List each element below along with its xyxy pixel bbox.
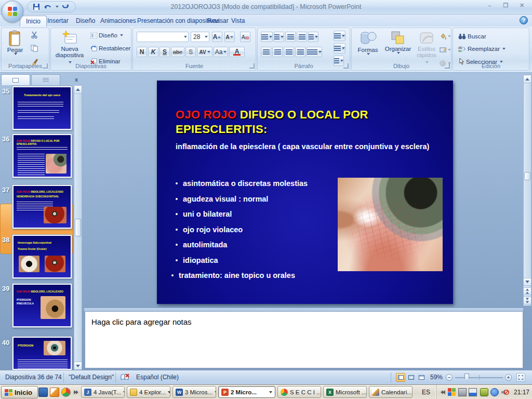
language-indicator[interactable]: Español (Chile) xyxy=(136,374,179,381)
thumb-scroll-thumb[interactable] xyxy=(75,219,81,236)
quick-launch-overflow-icon2[interactable] xyxy=(76,390,78,394)
thumbnails-scrollbar[interactable] xyxy=(74,85,82,370)
zoom-in-button[interactable]: + xyxy=(505,374,512,381)
next-slide-button[interactable] xyxy=(524,297,531,304)
quick-launch-app-icon[interactable] xyxy=(50,388,59,397)
align-left-button[interactable] xyxy=(261,47,271,57)
scroll-thumb[interactable] xyxy=(524,172,530,180)
cut-button[interactable] xyxy=(31,31,38,38)
scroll-down-icon[interactable] xyxy=(524,278,531,286)
dialog-launcher-dibujo[interactable] xyxy=(445,63,450,69)
chrome-icon[interactable] xyxy=(61,388,71,397)
dialog-launcher-portapapeles[interactable] xyxy=(43,63,48,69)
close-button[interactable]: ✕ xyxy=(515,2,529,9)
align-right-button[interactable] xyxy=(284,47,294,57)
dialog-launcher-fuente[interactable] xyxy=(249,63,255,69)
line-spacing-button[interactable] xyxy=(308,32,318,42)
copy-button[interactable] xyxy=(31,45,38,52)
slideshow-view-button[interactable] xyxy=(417,373,426,382)
arrange-button[interactable]: Organizar xyxy=(382,30,414,54)
slide-layout-button[interactable]: Diseño xyxy=(90,32,123,38)
tray-app-icon[interactable] xyxy=(448,388,456,396)
reset-slide-button[interactable]: Restablecer xyxy=(90,45,130,51)
tab-insertar[interactable]: Insertar xyxy=(42,16,74,26)
previous-slide-button[interactable] xyxy=(524,287,531,295)
zoom-level[interactable]: 59% xyxy=(430,374,443,381)
text-shadow-button[interactable]: S xyxy=(185,47,196,57)
scroll-up-icon[interactable] xyxy=(524,75,531,83)
strikethrough-button[interactable]: abe xyxy=(171,47,184,57)
taskbar-button-calendar[interactable]: Calendari... xyxy=(369,386,413,398)
thumb-scroll-up-icon[interactable] xyxy=(74,86,82,94)
slide-sorter-view-button[interactable] xyxy=(406,373,416,382)
help-icon[interactable]: ? xyxy=(520,16,528,24)
tab-diapositivas-panel[interactable] xyxy=(1,74,30,85)
taskbar-button-chrome-window[interactable]: S E C C I ... xyxy=(277,386,321,398)
shrink-font-button[interactable]: A xyxy=(224,32,235,42)
tray-network-icon[interactable] xyxy=(490,388,499,396)
normal-view-button[interactable] xyxy=(396,373,405,382)
taskbar-button-powerpoint-active[interactable]: P 2 Micro... xyxy=(218,386,275,398)
fit-to-window-button[interactable] xyxy=(516,373,525,382)
italic-button[interactable]: K xyxy=(148,47,158,57)
restore-button[interactable]: ❐ xyxy=(499,2,513,9)
clock[interactable]: 21:17 xyxy=(514,389,529,396)
thumbnail-slide-37[interactable]: OJO ROJO INDOLORO, LOCALIZADO HEMORRAGIA… xyxy=(12,185,72,229)
thumbnail-slide-38[interactable]: Hemorragia Subconjuntival Trauma Ocular … xyxy=(12,235,72,278)
taskbar-button-explorer[interactable]: 4 Explor... xyxy=(127,386,170,398)
columns-button[interactable] xyxy=(307,47,322,57)
tray-collapse-icon2[interactable] xyxy=(443,390,445,394)
shape-fill-button[interactable] xyxy=(439,31,451,42)
grow-font-button[interactable]: A xyxy=(212,32,222,42)
shape-outline-button[interactable] xyxy=(439,45,451,55)
replace-button[interactable]: abac Reemplazar xyxy=(458,46,506,52)
thumbnail-slide-40[interactable]: PTERIGION xyxy=(12,337,72,370)
language-bar[interactable]: ES xyxy=(422,389,430,396)
new-slide-button[interactable]: Nueva diapositiva xyxy=(54,30,86,64)
thumbnail-slide-36-selected[interactable]: OJO ROJO DIFUSO O LOCAL POR EPIESCLERITI… xyxy=(12,134,72,178)
tab-vista[interactable]: Vista xyxy=(225,16,250,26)
find-button[interactable]: Buscar xyxy=(458,33,486,39)
decrease-indent-button[interactable] xyxy=(285,32,296,42)
tab-esquema-panel[interactable] xyxy=(31,74,60,85)
text-direction-button[interactable] xyxy=(334,31,345,41)
tray-lan-icon[interactable] xyxy=(469,388,477,396)
theme-name[interactable]: "Default Design" xyxy=(69,374,114,381)
volume-muted-icon[interactable] xyxy=(501,388,509,396)
thumb-scroll-down-icon[interactable] xyxy=(74,362,82,369)
show-desktop-icon[interactable] xyxy=(38,388,48,397)
tray-display-icon[interactable] xyxy=(458,388,467,396)
dialog-launcher-parrafo[interactable] xyxy=(343,63,349,69)
slide-scrollbar[interactable] xyxy=(523,75,531,306)
font-color-button[interactable]: A xyxy=(229,47,245,57)
zoom-out-button[interactable]: – xyxy=(446,374,453,381)
numbering-button[interactable] xyxy=(274,32,284,42)
clear-formatting-button[interactable]: A xyxy=(240,32,250,42)
thumbnail-slide-39[interactable]: OJO ROJO INDOLORO, LOCALIZADO PTERIGIONP… xyxy=(12,284,72,327)
tray-power-icon[interactable] xyxy=(480,388,488,396)
zoom-slider-thumb[interactable] xyxy=(464,374,469,381)
justify-button[interactable] xyxy=(295,47,305,57)
align-text-button[interactable] xyxy=(334,43,345,54)
change-case-button[interactable]: Aa xyxy=(214,47,228,57)
start-button[interactable]: Inicio xyxy=(1,386,38,398)
quick-styles-button[interactable]: Estilos rápidos xyxy=(415,30,438,64)
align-center-button[interactable] xyxy=(272,47,283,57)
minimize-button[interactable]: – xyxy=(483,2,497,9)
increase-indent-button[interactable] xyxy=(297,32,307,42)
font-size-combobox[interactable]: 28 xyxy=(191,32,209,42)
thumbnail-slide-35[interactable]: Tratamiento del ojo seco xyxy=(12,86,72,130)
taskbar-button-excel[interactable]: X Microsoft ... xyxy=(323,386,367,398)
office-button[interactable] xyxy=(2,1,23,22)
taskbar-button-java[interactable]: J 4 Java(T... xyxy=(81,386,125,398)
character-spacing-button[interactable]: AV xyxy=(197,47,212,57)
shapes-button[interactable]: Formas xyxy=(355,30,381,55)
bold-button[interactable]: N xyxy=(137,47,147,57)
font-name-combobox[interactable] xyxy=(137,32,189,42)
notes-pane[interactable]: Haga clic para agregar notas xyxy=(85,311,523,368)
paste-button[interactable]: Pegar xyxy=(4,30,26,55)
taskbar-button-word[interactable]: W 3 Micros... xyxy=(172,386,216,398)
underline-button[interactable]: S xyxy=(159,47,170,57)
close-panel-icon[interactable]: x xyxy=(73,76,80,84)
bullets-button[interactable] xyxy=(261,32,273,42)
